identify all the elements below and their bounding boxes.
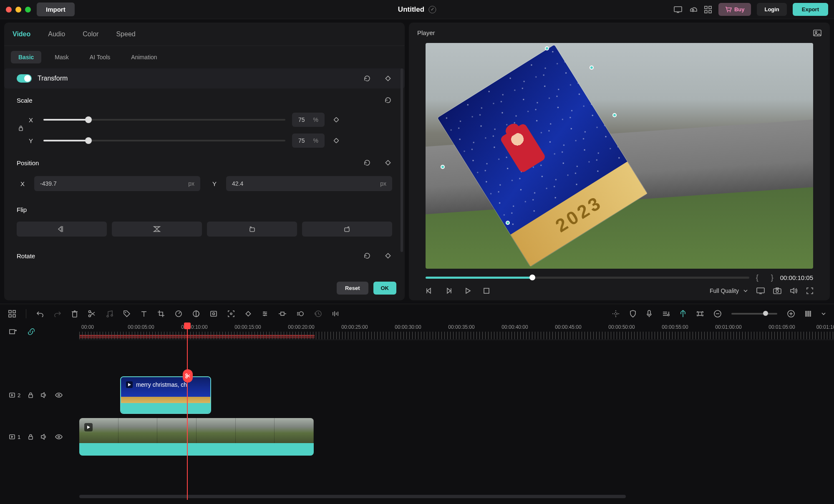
transform-toggle[interactable] (17, 74, 32, 83)
split-indicator-icon[interactable] (183, 369, 193, 383)
track-tool-icon[interactable] (278, 311, 287, 317)
scale-x-keyframe-icon[interactable] (331, 117, 341, 122)
subtab-mask[interactable]: Mask (47, 51, 76, 63)
view-mode-icon[interactable] (805, 310, 811, 317)
split-icon[interactable] (88, 310, 96, 318)
rotate-ccw-button[interactable] (207, 222, 297, 237)
ok-button[interactable]: OK (373, 282, 397, 295)
greenscreen-icon[interactable] (210, 310, 217, 317)
player-scrubber[interactable] (426, 277, 749, 279)
delete-icon[interactable] (71, 310, 78, 318)
selection-handle[interactable] (441, 165, 445, 169)
clip-overlay[interactable]: merry christmas, ch (120, 376, 211, 414)
position-x-input[interactable]: -439.7px (34, 176, 200, 191)
track-2-mute-icon[interactable] (41, 392, 48, 398)
subtab-animation[interactable]: Animation (123, 51, 164, 63)
next-frame-icon[interactable] (445, 287, 452, 295)
prev-frame-icon[interactable] (426, 287, 433, 295)
keyframe-tool-icon[interactable] (245, 310, 252, 317)
position-reset-icon[interactable] (363, 159, 371, 167)
snapshot-icon[interactable] (773, 287, 781, 294)
scale-x-slider[interactable] (43, 119, 285, 121)
zoom-slider[interactable] (731, 313, 777, 315)
speed-icon[interactable] (175, 310, 182, 318)
tag-icon[interactable] (123, 310, 131, 318)
rotate-keyframe-icon[interactable] (384, 252, 392, 260)
clip-main[interactable] (79, 418, 314, 456)
fullscreen-icon[interactable] (806, 287, 813, 294)
track-1-lock-icon[interactable] (28, 434, 33, 440)
subtab-aitools[interactable]: AI Tools (82, 51, 118, 63)
quality-select[interactable]: Full Quality (710, 287, 748, 294)
player-viewport[interactable]: 2023 (426, 43, 813, 269)
tab-audio[interactable]: Audio (48, 30, 65, 38)
grid-icon[interactable] (703, 5, 713, 14)
motion-icon[interactable] (297, 310, 304, 318)
snapshot-settings-icon[interactable] (813, 30, 821, 36)
track-1-visibility-icon[interactable] (55, 434, 63, 439)
buy-button[interactable]: Buy (718, 3, 751, 16)
color-icon[interactable] (192, 310, 200, 318)
window-maximize[interactable] (25, 7, 31, 13)
zoom-out-icon[interactable] (714, 310, 721, 318)
login-button[interactable]: Login (757, 3, 786, 16)
undo-icon[interactable] (36, 310, 44, 317)
transform-reset-icon[interactable] (363, 74, 371, 83)
scale-reset-icon[interactable] (384, 96, 392, 104)
stop-icon[interactable] (483, 287, 490, 294)
marker-icon[interactable] (680, 310, 686, 318)
position-keyframe-icon[interactable] (384, 159, 392, 167)
subtab-basic[interactable]: Basic (11, 51, 41, 63)
reset-button[interactable]: Reset (337, 282, 368, 295)
view-menu-icon[interactable] (821, 312, 826, 315)
tab-speed[interactable]: Speed (116, 30, 135, 38)
playhead[interactable] (187, 323, 188, 500)
history-icon[interactable] (314, 310, 322, 318)
focus-icon[interactable] (227, 310, 235, 318)
display-mode-icon[interactable] (756, 287, 765, 294)
transform-keyframe-icon[interactable] (384, 74, 392, 83)
tab-color[interactable]: Color (83, 30, 98, 38)
tab-video[interactable]: Video (13, 30, 30, 38)
timeline-horizontal-scrollbar[interactable] (79, 495, 626, 498)
selection-handle[interactable] (506, 221, 510, 225)
track-1-mute-icon[interactable] (41, 434, 48, 440)
mic-icon[interactable] (646, 310, 652, 318)
timeline-ruler[interactable]: 00:00 00:00:05:00 00:00:10:00 00:00:15:0… (79, 323, 834, 340)
mark-in-bracket[interactable]: { (756, 273, 758, 282)
import-button[interactable]: Import (37, 3, 75, 16)
fit-icon[interactable] (696, 311, 704, 317)
rotate-cw-button[interactable] (302, 222, 392, 237)
text-icon[interactable] (141, 310, 147, 317)
add-track-icon[interactable] (9, 328, 17, 335)
zoom-in-icon[interactable] (787, 310, 795, 318)
position-y-input[interactable]: 42.4px (226, 176, 392, 191)
scale-y-slider[interactable] (43, 140, 285, 141)
rotate-reset-icon[interactable] (363, 252, 371, 260)
shield-icon[interactable] (630, 310, 636, 318)
scale-x-value[interactable]: 75% (292, 113, 325, 127)
layout-icon[interactable] (8, 310, 16, 318)
selection-handle[interactable] (545, 46, 549, 50)
window-minimize[interactable] (15, 7, 21, 13)
track-2-lock-icon[interactable] (28, 392, 33, 398)
display-icon[interactable] (673, 5, 683, 14)
link-icon[interactable] (28, 328, 35, 335)
adjust-icon[interactable] (262, 310, 268, 317)
enhance-icon[interactable] (612, 310, 620, 318)
audio-track-icon[interactable] (662, 310, 670, 317)
track-2-visibility-icon[interactable] (55, 393, 63, 398)
play-icon[interactable] (464, 287, 471, 295)
window-close[interactable] (6, 7, 12, 13)
audio-levels-icon[interactable] (332, 310, 339, 317)
volume-icon[interactable] (790, 287, 798, 294)
mark-out-bracket[interactable]: } (771, 273, 774, 282)
music-icon[interactable] (106, 310, 113, 318)
cloud-icon[interactable] (688, 5, 698, 14)
scale-lock-icon[interactable] (18, 125, 24, 131)
redo-icon[interactable] (54, 310, 61, 317)
scale-y-value[interactable]: 75% (292, 134, 325, 148)
flip-horizontal-button[interactable] (17, 222, 107, 237)
export-button[interactable]: Export (793, 3, 828, 16)
flip-vertical-button[interactable] (112, 222, 202, 237)
